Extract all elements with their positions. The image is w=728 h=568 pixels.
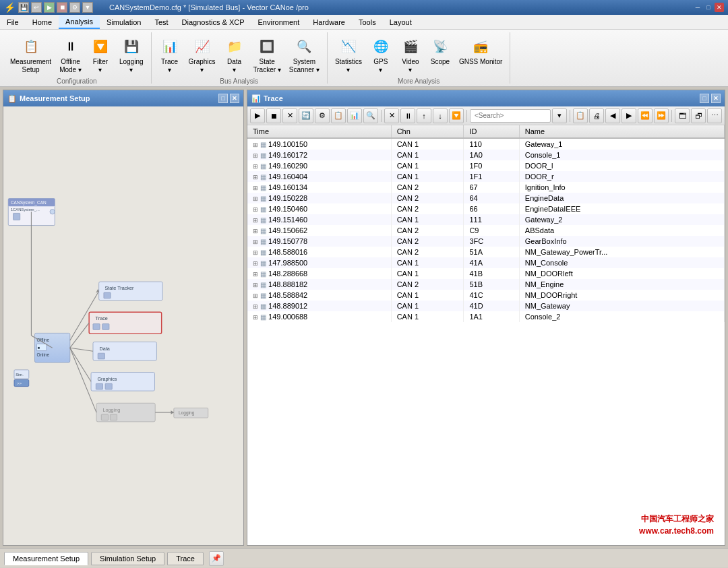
expand-icon[interactable]: ⊞ — [253, 239, 258, 245]
trace-toolbar-more[interactable]: ⋯ — [707, 108, 722, 123]
config-icon[interactable]: ⚙ — [69, 2, 80, 13]
trace-toolbar-back[interactable]: ◀ — [605, 108, 620, 123]
trace-toolbar-btn-4[interactable]: 🔄 — [299, 108, 313, 123]
expand-icon[interactable]: ⊞ — [253, 195, 258, 202]
trace-restore-button[interactable]: □ — [700, 94, 709, 103]
restore-button[interactable]: □ — [704, 3, 713, 12]
trace-toolbar-btn-11[interactable]: ↑ — [417, 108, 431, 123]
expand-icon[interactable]: ⊞ — [253, 260, 258, 267]
trace-toolbar-copy[interactable]: 📋 — [573, 108, 588, 123]
menu-tools[interactable]: Tools — [352, 16, 383, 28]
menu-layout[interactable]: Layout — [383, 16, 419, 28]
ribbon-btn-offline-mode[interactable]: ⏸ OfflineMode ▾ — [56, 34, 85, 76]
trace-toolbar-forward[interactable]: ▶ — [621, 108, 636, 123]
menu-hardware[interactable]: Hardware — [306, 16, 352, 28]
trace-toolbar-btn-6[interactable]: 📋 — [331, 108, 346, 123]
status-tab-trace[interactable]: Trace — [167, 552, 204, 565]
table-row[interactable]: ⊞ ▦ 148.588016 CAN 2 51A NM_Gateway_Powe… — [247, 247, 725, 257]
table-row[interactable]: ⊞ ▦ 149.100150 CAN 1 110 Gateway_1 — [247, 138, 725, 150]
menu-simulation[interactable]: Simulation — [100, 16, 148, 28]
ribbon-btn-measurement-setup[interactable]: 📋 MeasurementSetup — [7, 34, 55, 76]
table-row[interactable]: ⊞ ▦ 149.150662 CAN 2 C9 ABSdata — [247, 225, 725, 236]
stop-icon[interactable]: ⏹ — [57, 2, 67, 13]
ribbon-btn-statistics[interactable]: 📉 Statistics▾ — [332, 34, 365, 76]
table-row[interactable]: ⊞ ▦ 149.000688 CAN 1 1A1 Console_2 — [247, 311, 725, 322]
table-row[interactable]: ⊞ ▦ 149.150460 CAN 2 66 EngineDataIEEE — [247, 203, 725, 214]
expand-icon[interactable]: ⊞ — [253, 163, 258, 170]
status-bar-pin-button[interactable]: 📌 — [209, 551, 224, 566]
table-row[interactable]: ⊞ ▦ 148.888182 CAN 2 51B NM_Engine — [247, 279, 725, 290]
table-row[interactable]: ⊞ ▦ 147.988500 CAN 1 41A NM_Console — [247, 257, 725, 268]
trace-toolbar-win1[interactable]: 🗔 — [675, 108, 690, 123]
expand-icon[interactable]: ⊞ — [253, 282, 258, 288]
expand-icon[interactable]: ⊞ — [253, 228, 258, 234]
ribbon-btn-trace[interactable]: 📊 Trace▾ — [156, 34, 184, 76]
ribbon-btn-scope[interactable]: 📡 Scope — [426, 34, 454, 68]
table-row[interactable]: ⊞ ▦ 148.889012 CAN 1 41D NM_Gateway — [247, 301, 725, 311]
expand-icon[interactable]: ⊞ — [253, 303, 258, 310]
trace-search-dropdown[interactable]: ▾ — [552, 108, 567, 123]
ribbon-btn-system-scanner[interactable]: 🔍 SystemScanner ▾ — [286, 34, 323, 76]
trace-table[interactable]: Time Chn ID Name ⊞ ▦ 149.100150 CAN 1 11… — [247, 125, 725, 515]
table-row[interactable]: ⊞ ▦ 148.288668 CAN 1 41B NM_DOORleft — [247, 268, 725, 279]
ribbon-btn-video[interactable]: 🎬 Video▾ — [396, 34, 425, 76]
ribbon-btn-filter[interactable]: 🔽 Filter▾ — [86, 34, 115, 76]
trace-close-button[interactable]: ✕ — [711, 94, 721, 103]
expand-icon[interactable]: ⊞ — [253, 185, 258, 191]
trace-toolbar-print[interactable]: 🖨 — [589, 108, 604, 123]
trace-toolbar-btn-3[interactable]: ✕ — [282, 108, 297, 123]
trace-toolbar-btn-5[interactable]: ⚙ — [315, 108, 330, 123]
start-icon[interactable]: ▶ — [44, 2, 55, 13]
expand-icon[interactable]: ⊞ — [253, 314, 258, 321]
ribbon-btn-gps[interactable]: 🌐 GPS▾ — [367, 34, 395, 76]
ribbon-btn-data[interactable]: 📁 Data▾ — [220, 34, 249, 76]
table-row[interactable]: ⊞ ▦ 149.160172 CAN 1 1A0 Console_1 — [247, 150, 725, 160]
trace-toolbar-btn-12[interactable]: ↓ — [433, 108, 448, 123]
expand-icon[interactable]: ⊞ — [253, 271, 258, 278]
ribbon-btn-state-tracker[interactable]: 🔲 StateTracker ▾ — [250, 34, 284, 76]
expand-icon[interactable]: ⊞ — [253, 292, 258, 299]
trace-toolbar-btn-9[interactable]: ✕ — [384, 108, 399, 123]
ribbon-btn-graphics[interactable]: 📈 Graphics▾ — [185, 34, 219, 76]
table-row[interactable]: ⊞ ▦ 149.160290 CAN 1 1F0 DOOR_l — [247, 160, 725, 171]
menu-environment[interactable]: Environment — [251, 16, 307, 28]
panel-close-button[interactable]: ✕ — [230, 94, 239, 103]
menu-file[interactable]: File — [0, 16, 26, 28]
trace-toolbar-btn-filter[interactable]: 🔽 — [449, 108, 464, 123]
save-icon[interactable]: 💾 — [18, 2, 29, 13]
minimize-button[interactable]: ─ — [693, 3, 702, 12]
trace-toolbar-win2[interactable]: 🗗 — [691, 108, 706, 123]
close-button[interactable]: ✕ — [715, 3, 724, 12]
trace-toolbar-btn-8[interactable]: 🔍 — [363, 108, 378, 123]
expand-icon[interactable]: ⊞ — [253, 206, 258, 213]
trace-toolbar-btn-7[interactable]: 📊 — [347, 108, 362, 123]
trace-toolbar-btn-1[interactable]: ▶ — [250, 108, 265, 123]
trace-toolbar-nav2[interactable]: ⏩ — [654, 108, 669, 123]
panel-restore-button[interactable]: □ — [218, 94, 228, 103]
expand-icon[interactable]: ⊞ — [253, 141, 258, 148]
status-tab-measurement-setup[interactable]: Measurement Setup — [4, 552, 88, 565]
trace-toolbar-nav1[interactable]: ⏪ — [638, 108, 653, 123]
table-row[interactable]: ⊞ ▦ 149.150778 CAN 2 3FC GearBoxInfo — [247, 236, 725, 247]
table-row[interactable]: ⊞ ▦ 149.160404 CAN 1 1F1 DOOR_r — [247, 171, 725, 182]
undo-icon[interactable]: ↩ — [31, 2, 42, 13]
table-row[interactable]: ⊞ ▦ 148.588842 CAN 1 41C NM_DOORright — [247, 290, 725, 301]
menu-test[interactable]: Test — [148, 16, 175, 28]
table-row[interactable]: ⊞ ▦ 149.160134 CAN 2 67 Ignition_Info — [247, 182, 725, 193]
ribbon-btn-gnss-monitor[interactable]: 📻 GNSS Monitor — [456, 34, 506, 68]
menu-analysis[interactable]: Analysis — [59, 15, 100, 29]
options-icon[interactable]: ▼ — [82, 2, 93, 13]
table-row[interactable]: ⊞ ▦ 149.150228 CAN 2 64 EngineData — [247, 193, 725, 203]
expand-icon[interactable]: ⊞ — [253, 217, 258, 224]
trace-toolbar-btn-10[interactable]: ⏸ — [400, 108, 415, 123]
expand-icon[interactable]: ⊞ — [253, 249, 258, 256]
trace-search-input[interactable] — [470, 109, 551, 123]
ribbon-btn-logging[interactable]: 💾 Logging▾ — [116, 34, 147, 76]
table-row[interactable]: ⊞ ▦ 149.151460 CAN 1 111 Gateway_2 — [247, 214, 725, 225]
expand-icon[interactable]: ⊞ — [253, 152, 258, 159]
menu-home[interactable]: Home — [26, 16, 59, 28]
expand-icon[interactable]: ⊞ — [253, 174, 258, 181]
menu-diagnostics[interactable]: Diagnostics & XCP — [175, 16, 251, 28]
trace-toolbar-btn-2[interactable]: ⏹ — [266, 108, 281, 123]
status-tab-simulation-setup[interactable]: Simulation Setup — [91, 552, 164, 565]
